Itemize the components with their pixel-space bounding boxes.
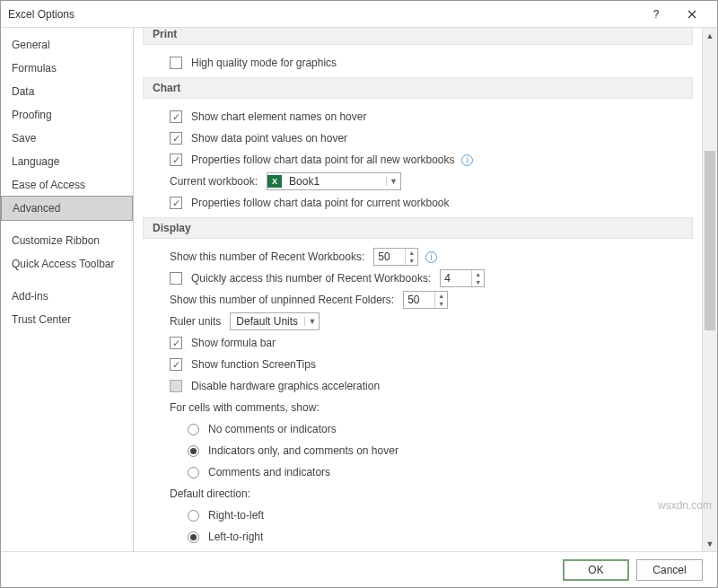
spinner-recent-folders-value: 50 bbox=[404, 292, 434, 308]
sidebar-item-proofing[interactable]: Proofing bbox=[1, 103, 133, 127]
section-chart-header: Chart bbox=[143, 77, 693, 99]
radio-right-to-left[interactable] bbox=[188, 510, 199, 522]
label-properties-follow-current: Properties follow chart data point for c… bbox=[191, 197, 449, 209]
checkbox-show-formula-bar[interactable] bbox=[170, 337, 182, 349]
label-show-formula-bar: Show formula bar bbox=[191, 337, 276, 349]
close-button[interactable] bbox=[674, 2, 710, 27]
radio-left-to-right[interactable] bbox=[188, 531, 199, 543]
cancel-button[interactable]: Cancel bbox=[636, 559, 703, 581]
sidebar-item-save[interactable]: Save bbox=[1, 127, 133, 150]
checkbox-show-data-point-values[interactable] bbox=[170, 132, 182, 145]
chevron-down-icon: ▼ bbox=[386, 177, 400, 186]
sidebar-item-trust-center[interactable]: Trust Center bbox=[1, 308, 133, 331]
label-ruler-units: Ruler units bbox=[170, 315, 221, 328]
radio-indicators-only[interactable] bbox=[188, 445, 199, 457]
sidebar-item-customize-ribbon[interactable]: Customize Ribbon bbox=[1, 229, 133, 252]
vertical-scrollbar[interactable]: ▲ ▼ bbox=[702, 28, 717, 551]
scrollbar-thumb[interactable] bbox=[705, 151, 715, 330]
scrollbar-track[interactable] bbox=[703, 43, 717, 536]
label-properties-follow-all: Properties follow chart data point for a… bbox=[191, 154, 454, 166]
chevron-down-icon: ▼ bbox=[304, 317, 319, 326]
label-show-data-point-values: Show data point values on hover bbox=[191, 132, 347, 145]
label-recent-folders: Show this number of unpinned Recent Fold… bbox=[170, 294, 394, 306]
titlebar: Excel Options ? bbox=[1, 1, 717, 28]
spinner-quickly-access-value: 4 bbox=[441, 270, 471, 286]
category-sidebar: General Formulas Data Proofing Save Lang… bbox=[1, 28, 134, 551]
sidebar-item-language[interactable]: Language bbox=[1, 150, 133, 173]
checkbox-disable-hw-accel[interactable] bbox=[170, 380, 182, 392]
checkbox-high-quality-graphics[interactable] bbox=[170, 57, 182, 69]
sidebar-item-advanced[interactable]: Advanced bbox=[1, 196, 133, 221]
spinner-arrows-icon: ▲▼ bbox=[405, 249, 417, 265]
radio-comments-and-indicators[interactable] bbox=[188, 467, 199, 478]
sidebar-item-add-ins[interactable]: Add-ins bbox=[1, 285, 133, 308]
checkbox-properties-follow-all[interactable] bbox=[170, 154, 182, 166]
scroll-up-icon[interactable]: ▲ bbox=[703, 28, 717, 43]
main-panel: Print High quality mode for graphics Cha… bbox=[134, 28, 717, 551]
combo-current-workbook[interactable]: X Book1 ▼ bbox=[267, 172, 401, 190]
spinner-recent-workbooks-value: 50 bbox=[374, 249, 405, 265]
label-right-to-left: Right-to-left bbox=[208, 509, 264, 522]
label-direction-heading: Default direction: bbox=[170, 487, 250, 500]
label-comments-and-indicators: Comments and indicators bbox=[208, 466, 330, 478]
section-display-header: Display bbox=[143, 217, 693, 239]
label-show-screentips: Show function ScreenTips bbox=[191, 358, 316, 371]
close-icon bbox=[687, 10, 696, 19]
sidebar-item-quick-access-toolbar[interactable]: Quick Access Toolbar bbox=[1, 252, 133, 276]
spinner-arrows-icon: ▲▼ bbox=[471, 270, 484, 286]
label-show-chart-element-names: Show chart element names on hover bbox=[191, 110, 366, 123]
spinner-recent-workbooks[interactable]: 50 ▲▼ bbox=[373, 248, 418, 266]
label-high-quality-graphics: High quality mode for graphics bbox=[191, 57, 337, 69]
scroll-down-icon[interactable]: ▼ bbox=[703, 536, 717, 551]
label-recent-workbooks: Show this number of Recent Workbooks: bbox=[170, 250, 364, 263]
section-print-header: Print bbox=[143, 28, 693, 45]
label-current-workbook: Current workbook: bbox=[170, 175, 258, 188]
label-quickly-access: Quickly access this number of Recent Wor… bbox=[191, 272, 431, 285]
combo-ruler-units-value: Default Units bbox=[231, 315, 304, 328]
label-left-to-right: Left-to-right bbox=[208, 531, 263, 543]
checkbox-quickly-access[interactable] bbox=[170, 272, 182, 285]
spinner-quickly-access[interactable]: 4 ▲▼ bbox=[440, 269, 485, 287]
radio-no-comments[interactable] bbox=[188, 424, 199, 435]
spinner-recent-folders[interactable]: 50 ▲▼ bbox=[403, 291, 448, 309]
checkbox-show-chart-element-names[interactable] bbox=[170, 110, 182, 123]
sidebar-item-general[interactable]: General bbox=[1, 33, 133, 57]
excel-options-dialog: Excel Options ? General Formulas Data Pr… bbox=[0, 0, 718, 588]
checkbox-show-screentips[interactable] bbox=[170, 358, 182, 371]
dialog-body: General Formulas Data Proofing Save Lang… bbox=[1, 28, 717, 551]
label-indicators-only: Indicators only, and comments on hover bbox=[208, 444, 398, 457]
info-icon[interactable]: i bbox=[425, 251, 437, 263]
combo-ruler-units[interactable]: Default Units ▼ bbox=[230, 312, 320, 330]
label-comments-heading: For cells with comments, show: bbox=[170, 401, 320, 414]
info-icon[interactable]: i bbox=[461, 154, 473, 166]
checkbox-properties-follow-current[interactable] bbox=[170, 197, 182, 209]
excel-file-icon: X bbox=[267, 175, 282, 188]
ok-button[interactable]: OK bbox=[563, 559, 629, 581]
sidebar-item-ease-of-access[interactable]: Ease of Access bbox=[1, 173, 133, 197]
dialog-footer: OK Cancel bbox=[1, 551, 717, 587]
window-title: Excel Options bbox=[8, 8, 638, 21]
sidebar-item-data[interactable]: Data bbox=[1, 80, 133, 103]
combo-current-workbook-value: Book1 bbox=[284, 175, 386, 188]
label-disable-hw-accel: Disable hardware graphics acceleration bbox=[191, 380, 380, 392]
label-no-comments: No comments or indicators bbox=[208, 423, 337, 435]
sidebar-item-formulas[interactable]: Formulas bbox=[1, 57, 133, 80]
spinner-arrows-icon: ▲▼ bbox=[434, 292, 447, 308]
help-button[interactable]: ? bbox=[638, 2, 674, 27]
